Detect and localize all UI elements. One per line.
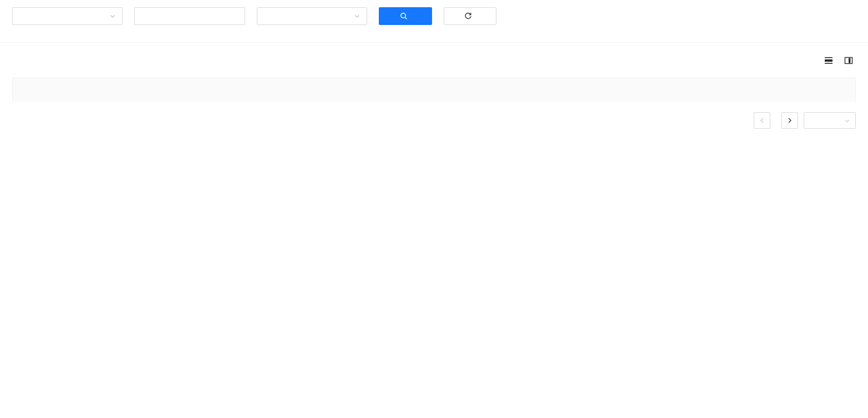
next-page-button[interactable] — [781, 112, 798, 129]
pagination — [0, 102, 868, 129]
time-filter-select[interactable] — [12, 7, 123, 25]
table-header — [13, 78, 855, 102]
reconciliation-table — [12, 78, 856, 102]
page-size-select[interactable] — [804, 112, 856, 129]
density-icon[interactable] — [824, 56, 833, 65]
bill-type-select[interactable] — [257, 7, 367, 25]
chevron-down-icon — [354, 13, 361, 19]
prev-page-button[interactable] — [754, 112, 770, 129]
query-button[interactable] — [379, 7, 432, 25]
pay-interface-input[interactable] — [134, 7, 245, 25]
search-icon — [400, 12, 408, 20]
chevron-down-icon — [109, 13, 116, 19]
refresh-icon — [464, 12, 472, 20]
table-toolbar — [0, 43, 868, 78]
chevron-down-icon — [844, 118, 850, 124]
reset-button[interactable] — [444, 7, 496, 25]
filter-bar — [0, 0, 868, 42]
column-settings-icon[interactable] — [844, 56, 853, 65]
